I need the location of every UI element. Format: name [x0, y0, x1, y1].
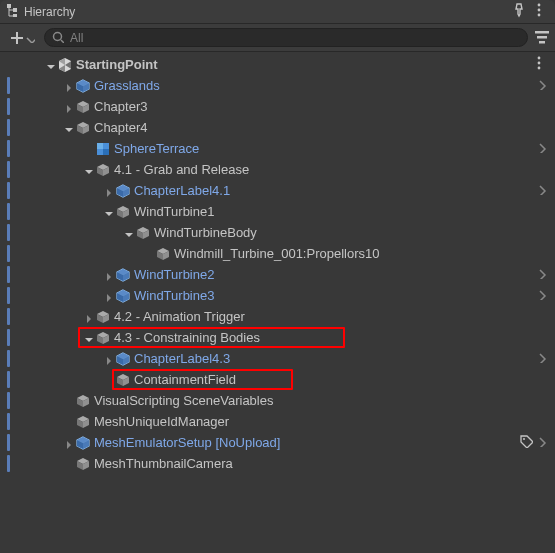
node-label: Grasslands: [94, 78, 535, 93]
gameobject-icon: [74, 393, 92, 409]
tree-row-windturbine3[interactable]: WindTurbine3: [0, 285, 555, 306]
search-field[interactable]: [44, 28, 528, 47]
tree-row-sec43[interactable]: 4.3 - Constraining Bodies: [0, 327, 555, 348]
node-label: MeshUniqueIdManager: [94, 414, 555, 429]
scene-label: StartingPoint: [76, 57, 531, 72]
tree-row-sphereterrace[interactable]: SphereTerrace: [0, 138, 555, 159]
chevron-right-icon[interactable]: [535, 267, 547, 282]
node-label: 4.2 - Animation Trigger: [114, 309, 555, 324]
gameobject-icon: [74, 456, 92, 472]
tree-row-meshemulator[interactable]: MeshEmulatorSetup [NoUpload]: [0, 432, 555, 453]
scene-menu-button[interactable]: [531, 55, 547, 74]
tree-row-meshthumbnail[interactable]: MeshThumbnailCamera: [0, 453, 555, 474]
node-label: WindTurbine3: [134, 288, 535, 303]
hierarchy-tree: StartingPoint Grasslands Chapter3 Chapte…: [0, 52, 555, 474]
expand-toggle[interactable]: [60, 436, 74, 450]
scene-row-startingpoint[interactable]: StartingPoint: [0, 54, 555, 75]
node-label: VisualScripting SceneVariables: [94, 393, 555, 408]
gameobject-icon: [94, 330, 112, 346]
prefab-icon: [114, 288, 132, 304]
node-label: 4.3 - Constraining Bodies: [114, 330, 555, 345]
expand-toggle[interactable]: [60, 79, 74, 93]
tag-icon: [519, 434, 533, 451]
node-label: MeshEmulatorSetup [NoUpload]: [94, 435, 519, 450]
node-label: ChapterLabel4.1: [134, 183, 535, 198]
tree-row-chapterlabel43[interactable]: ChapterLabel4.3: [0, 348, 555, 369]
panel-header: Hierarchy: [0, 0, 555, 24]
prefab-icon: [114, 351, 132, 367]
node-label: 4.1 - Grab and Release: [114, 162, 555, 177]
tree-row-propellors[interactable]: Windmill_Turbine_001:Propellors10: [0, 243, 555, 264]
gameobject-icon: [74, 414, 92, 430]
chevron-right-icon[interactable]: [535, 78, 547, 93]
expand-toggle[interactable]: [60, 121, 74, 135]
chevron-right-icon[interactable]: [535, 183, 547, 198]
prefab-icon: [74, 435, 92, 451]
hierarchy-toolbar: [0, 24, 555, 52]
tree-row-chapterlabel41[interactable]: ChapterLabel4.1: [0, 180, 555, 201]
gameobject-icon: [134, 225, 152, 241]
prefab-icon: [114, 267, 132, 283]
prefab-icon: [114, 183, 132, 199]
panel-title: Hierarchy: [24, 5, 75, 19]
tree-row-sec42[interactable]: 4.2 - Animation Trigger: [0, 306, 555, 327]
tree-row-windturbine1[interactable]: WindTurbine1: [0, 201, 555, 222]
gameobject-icon: [154, 246, 172, 262]
panel-menu-button[interactable]: [529, 2, 549, 21]
expand-toggle[interactable]: [42, 58, 56, 72]
hierarchy-icon: [6, 3, 20, 20]
node-label: Chapter3: [94, 99, 555, 114]
node-label: ContainmentField: [134, 372, 555, 387]
node-label: Chapter4: [94, 120, 555, 135]
prefab-icon: [74, 78, 92, 94]
node-label: ChapterLabel4.3: [134, 351, 535, 366]
expand-toggle[interactable]: [80, 331, 94, 345]
chevron-right-icon[interactable]: [535, 351, 547, 366]
expand-toggle[interactable]: [100, 268, 114, 282]
node-label: Windmill_Turbine_001:Propellors10: [174, 246, 555, 261]
gameobject-icon: [94, 162, 112, 178]
expand-toggle[interactable]: [100, 352, 114, 366]
tree-row-meshuniqueid[interactable]: MeshUniqueIdManager: [0, 411, 555, 432]
node-label: MeshThumbnailCamera: [94, 456, 555, 471]
tree-row-grasslands[interactable]: Grasslands: [0, 75, 555, 96]
tree-row-windturbine2[interactable]: WindTurbine2: [0, 264, 555, 285]
expand-toggle[interactable]: [120, 226, 134, 240]
node-label: SphereTerrace: [114, 141, 535, 156]
chevron-right-icon[interactable]: [535, 288, 547, 303]
expand-toggle[interactable]: [100, 184, 114, 198]
tree-row-windturbinebody[interactable]: WindTurbineBody: [0, 222, 555, 243]
tree-row-visualscripting[interactable]: VisualScripting SceneVariables: [0, 390, 555, 411]
tree-row-sec41[interactable]: 4.1 - Grab and Release: [0, 159, 555, 180]
expand-toggle[interactable]: [80, 310, 94, 324]
node-label: WindTurbine2: [134, 267, 535, 282]
gameobject-icon: [114, 204, 132, 220]
search-icon: [51, 30, 64, 46]
tree-row-chapter4[interactable]: Chapter4: [0, 117, 555, 138]
unity-scene-icon: [56, 57, 74, 73]
tree-row-chapter3[interactable]: Chapter3: [0, 96, 555, 117]
tree-row-containmentfield[interactable]: ContainmentField: [0, 369, 555, 390]
pin-button[interactable]: [509, 2, 529, 21]
filter-button[interactable]: [534, 29, 549, 47]
gameobject-icon: [114, 372, 132, 388]
expand-toggle[interactable]: [80, 163, 94, 177]
create-button[interactable]: [6, 29, 38, 47]
search-input[interactable]: [68, 30, 523, 46]
node-label: WindTurbine1: [134, 204, 555, 219]
expand-toggle[interactable]: [60, 100, 74, 114]
chevron-right-icon[interactable]: [535, 435, 547, 450]
terrain-icon: [94, 141, 112, 157]
gameobject-icon: [94, 309, 112, 325]
expand-toggle[interactable]: [100, 205, 114, 219]
expand-toggle[interactable]: [100, 289, 114, 303]
gameobject-icon: [74, 120, 92, 136]
gameobject-icon: [74, 99, 92, 115]
chevron-right-icon[interactable]: [535, 141, 547, 156]
node-label: WindTurbineBody: [154, 225, 555, 240]
